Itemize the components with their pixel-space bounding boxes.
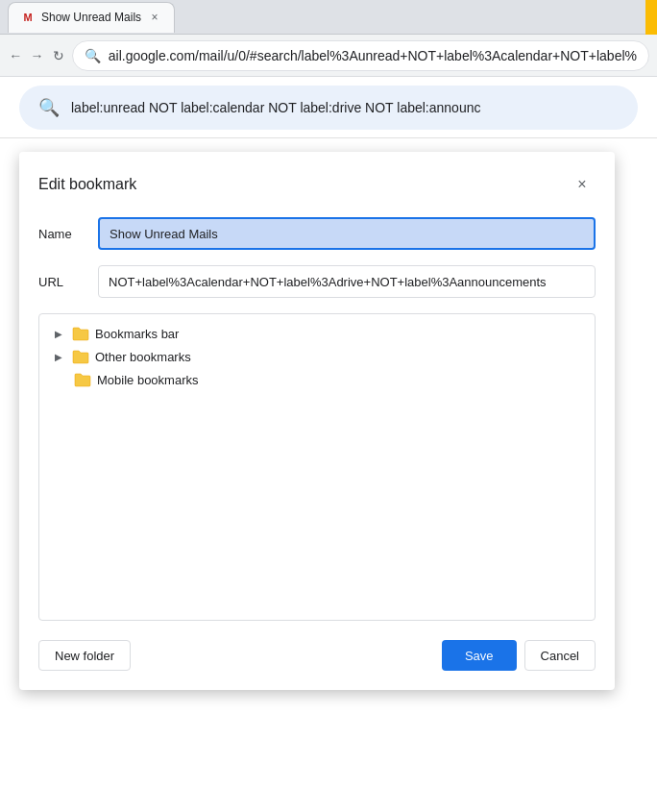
name-input[interactable] [98, 217, 596, 250]
browser-chrome-bar: M Show Unread Mails × [0, 0, 657, 35]
dialog-header: Edit bookmark × [38, 171, 596, 198]
folder-item-other-bookmarks[interactable]: ▶ Other bookmarks [39, 345, 595, 368]
address-text: ail.google.com/mail/u/0/#search/label%3A… [109, 48, 637, 63]
folder-tree: ▶ Bookmarks bar ▶ Other bookmarks Mobile… [38, 313, 596, 621]
folder-label-bookmarks-bar: Bookmarks bar [95, 327, 179, 341]
forward-button[interactable]: → [29, 42, 44, 69]
cancel-button[interactable]: Cancel [524, 640, 596, 671]
gmail-header: 🔍 label:unread NOT label:calendar NOT la… [0, 77, 657, 138]
tab-indicator [645, 0, 657, 35]
search-icon: 🔍 [85, 48, 101, 63]
gmail-search-icon: 🔍 [38, 97, 60, 118]
dialog-close-button[interactable]: × [569, 171, 596, 198]
folder-expand-arrow-other-bookmarks: ▶ [51, 349, 66, 364]
gmail-search-bar[interactable]: 🔍 label:unread NOT label:calendar NOT la… [19, 86, 638, 130]
dialog-title: Edit bookmark [38, 176, 136, 193]
tab-close-button[interactable]: × [147, 10, 162, 25]
page-content: 🔍 label:unread NOT label:calendar NOT la… [0, 77, 657, 812]
gmail-logo-icon: M [23, 12, 32, 23]
name-label: Name [38, 227, 86, 241]
refresh-button[interactable]: ↻ [51, 42, 66, 69]
save-button[interactable]: Save [442, 640, 517, 671]
folder-item-bookmarks-bar[interactable]: ▶ Bookmarks bar [39, 322, 595, 345]
folder-label-other-bookmarks: Other bookmarks [95, 350, 191, 364]
back-button[interactable]: ← [8, 42, 23, 69]
edit-bookmark-dialog: Edit bookmark × Name URL ▶ Bookmarks bar… [19, 152, 615, 690]
folder-item-mobile-bookmarks[interactable]: Mobile bookmarks [39, 368, 595, 391]
tab-favicon: M [20, 10, 36, 25]
url-label: URL [38, 275, 86, 289]
new-folder-button[interactable]: New folder [38, 640, 131, 671]
folder-expand-arrow-bookmarks-bar: ▶ [51, 326, 66, 341]
dialog-footer: New folder Save Cancel [38, 640, 596, 671]
gmail-search-text: label:unread NOT label:calendar NOT labe… [71, 100, 619, 115]
address-bar-area: ← → ↻ 🔍 ail.google.com/mail/u/0/#search/… [0, 35, 657, 77]
url-field-row: URL [38, 265, 596, 298]
browser-tab[interactable]: M Show Unread Mails × [8, 2, 175, 33]
tab-label: Show Unread Mails [41, 11, 141, 24]
address-bar[interactable]: 🔍 ail.google.com/mail/u/0/#search/label%… [72, 40, 649, 71]
footer-actions: Save Cancel [442, 640, 596, 671]
folder-icon-bookmarks-bar [72, 326, 89, 341]
folder-icon-other-bookmarks [72, 349, 89, 364]
folder-icon-mobile-bookmarks [74, 372, 91, 387]
url-input[interactable] [98, 265, 596, 298]
name-field-row: Name [38, 217, 596, 250]
folder-label-mobile-bookmarks: Mobile bookmarks [97, 373, 199, 387]
